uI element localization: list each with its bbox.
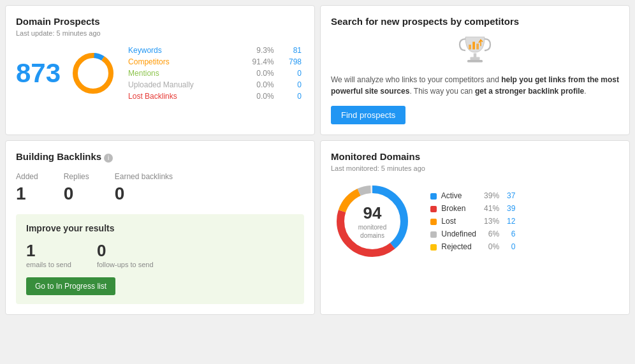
search-prospects-title: Search for new prospects by competitors (331, 16, 619, 27)
trophy-icon (456, 29, 494, 68)
legend-color-dot (430, 244, 437, 251)
legend-row: Broken 41% 39 (427, 202, 519, 215)
prospect-count: 81 (277, 45, 304, 56)
legend-row: Undefined 6% 6 (427, 228, 519, 240)
improve-stat: 0 follow-ups to send (97, 241, 154, 268)
svg-rect-4 (467, 60, 483, 62)
building-backlinks-title: Building Backlinks (16, 151, 101, 162)
improve-stats: 1 emails to send 0 follow-ups to send (26, 241, 294, 268)
svg-rect-5 (474, 54, 477, 59)
donut-center: 94 monitoreddomains (358, 203, 386, 240)
svg-rect-8 (476, 44, 479, 50)
domain-prospects-title: Domain Prospects (16, 16, 304, 27)
legend-pct: 13% (480, 215, 503, 228)
prospect-row: Mentions 0.0% 0 (126, 68, 304, 79)
legend-row: Active 39% 37 (427, 189, 519, 202)
prospect-pct: 0.0% (235, 91, 277, 102)
legend-count: 0 (503, 240, 519, 253)
improve-title: Improve your results (26, 223, 294, 233)
prospects-table: Keywords 9.3% 81 Competitors 91.4% 798 M… (126, 45, 304, 102)
legend-label: Rejected (427, 240, 480, 253)
prospect-count: 0 (277, 79, 304, 91)
improve-box: Improve your results 1 emails to send 0 … (16, 214, 304, 304)
monitored-donut: 94 monitoreddomains (331, 180, 414, 263)
monitored-body: 94 monitoreddomains Active 39% 37 Broken… (331, 180, 619, 263)
legend-row: Rejected 0% 0 (427, 240, 519, 253)
legend-label: Undefined (427, 228, 480, 240)
improve-stat-label: follow-ups to send (97, 261, 154, 268)
improve-stat-value: 1 (26, 241, 71, 261)
svg-rect-7 (472, 42, 475, 50)
legend-count: 12 (503, 215, 519, 228)
svg-point-2 (75, 55, 111, 91)
legend-color-dot (430, 231, 437, 238)
prospect-label: Lost Backlinks (126, 91, 235, 102)
legend-count: 6 (503, 228, 519, 240)
legend-pct: 6% (480, 228, 503, 240)
legend-color-dot (430, 193, 437, 200)
prospect-pct: 9.3% (235, 45, 277, 56)
building-stat: Replies 0 (64, 172, 89, 204)
legend-count: 39 (503, 202, 519, 215)
legend-count: 37 (503, 189, 519, 202)
prospect-row: Competitors 91.4% 798 (126, 56, 304, 68)
monitored-count: 94 (358, 203, 386, 223)
monitored-domains-title: Monitored Domains (331, 151, 619, 162)
domain-prospects-body: 873 Keywords 9.3% 81 Competitors 91.4% 7… (16, 45, 304, 102)
prospect-label: Mentions (126, 68, 235, 79)
domain-prospects-card: Domain Prospects Last update: 5 minutes … (5, 5, 315, 135)
search-prospects-desc: We will analyze who links to your compet… (331, 74, 619, 97)
search-prospects-card: Search for new prospects by competitors (320, 5, 630, 135)
legend-row: Lost 13% 12 (427, 215, 519, 228)
prospect-pct: 91.4% (235, 56, 277, 68)
building-stat: Added 1 (16, 172, 38, 204)
building-stats: Added 1 Replies 0 Earned backlinks 0 (16, 172, 304, 204)
monitored-domains-card: Monitored Domains Last monitored: 5 minu… (320, 140, 630, 315)
building-stat-value: 1 (16, 184, 38, 204)
legend-color-dot (430, 206, 437, 212)
domain-prospects-total: 873 (16, 58, 61, 89)
domain-prospects-donut (71, 51, 115, 96)
monitored-legend: Active 39% 37 Broken 41% 39 Lost 13% 12 … (427, 189, 519, 253)
prospect-label: Competitors (126, 56, 235, 68)
building-backlinks-card: Building Backlinks i Added 1 Replies 0 E… (5, 140, 315, 315)
building-stat-value: 0 (64, 184, 89, 204)
find-prospects-button[interactable]: Find prospects (331, 106, 405, 124)
improve-stat: 1 emails to send (26, 241, 71, 268)
progress-button[interactable]: Go to In Progress list (26, 277, 115, 295)
trophy-area (331, 29, 619, 68)
dashboard-grid: Domain Prospects Last update: 5 minutes … (5, 5, 630, 315)
prospect-label: Uploaded Manually (126, 79, 235, 91)
prospect-pct: 0.0% (235, 79, 277, 91)
building-stat-label: Earned backlinks (115, 172, 173, 181)
legend-pct: 41% (480, 202, 503, 215)
building-stat-value: 0 (115, 184, 173, 204)
building-stat-label: Replies (64, 172, 89, 181)
prospect-label: Keywords (126, 45, 235, 56)
building-stat: Earned backlinks 0 (115, 172, 173, 204)
monitored-label: monitoreddomains (358, 223, 386, 240)
legend-pct: 39% (480, 189, 503, 202)
building-stat-label: Added (16, 172, 38, 181)
domain-prospects-subtitle: Last update: 5 minutes ago (16, 29, 304, 37)
legend-label: Active (427, 189, 480, 202)
prospect-count: 0 (277, 68, 304, 79)
prospect-row: Keywords 9.3% 81 (126, 45, 304, 56)
prospect-count: 0 (277, 91, 304, 102)
legend-label: Lost (427, 215, 480, 228)
prospect-count: 798 (277, 56, 304, 68)
svg-rect-6 (469, 45, 471, 50)
prospect-pct: 0.0% (235, 68, 277, 79)
monitored-domains-subtitle: Last monitored: 5 minutes ago (331, 164, 619, 172)
prospect-row: Lost Backlinks 0.0% 0 (126, 91, 304, 102)
prospect-row: Uploaded Manually 0.0% 0 (126, 79, 304, 91)
legend-pct: 0% (480, 240, 503, 253)
info-icon[interactable]: i (104, 154, 113, 163)
legend-color-dot (430, 219, 437, 225)
improve-stat-value: 0 (97, 241, 154, 261)
improve-stat-label: emails to send (26, 261, 71, 268)
legend-label: Broken (427, 202, 480, 215)
